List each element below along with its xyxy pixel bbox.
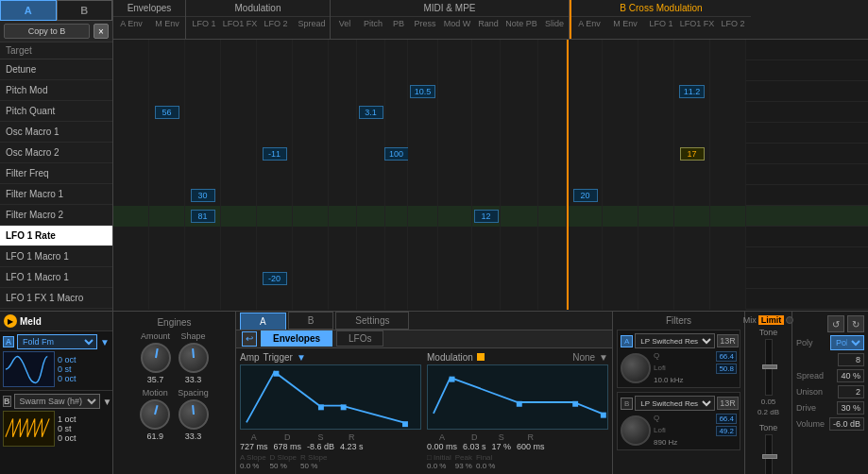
engine-b-arrow[interactable]: ▼ bbox=[103, 397, 112, 407]
list-item[interactable]: Pitch Quant bbox=[0, 101, 112, 122]
table-row: -11 100 17 bbox=[113, 144, 868, 164]
filter-a-lofi-label: Lofi bbox=[654, 364, 666, 374]
drive-label: Drive bbox=[796, 403, 816, 413]
engine-a-label: A bbox=[3, 336, 14, 347]
engine-b-select[interactable]: Swarm Saw (h#) bbox=[14, 394, 100, 409]
tab-a[interactable]: A bbox=[0, 0, 57, 21]
volume-label: Volume bbox=[796, 419, 825, 429]
filter-a-knob[interactable] bbox=[621, 353, 651, 383]
tab-a-synth[interactable]: A bbox=[240, 313, 286, 330]
cell-value[interactable]: 11.2 bbox=[679, 85, 706, 98]
motion-label: Motion bbox=[143, 388, 168, 398]
modulation-grid: 10.5 11.2 56 3.1 bbox=[113, 40, 868, 311]
list-item[interactable]: Osc Macro 1 bbox=[0, 122, 112, 143]
shape-knob[interactable] bbox=[179, 343, 209, 373]
filter-b-q-value[interactable]: 66.4 bbox=[716, 414, 737, 424]
list-item[interactable]: Filter Freq bbox=[0, 163, 112, 184]
amount-label: Amount bbox=[141, 331, 170, 341]
copy-to-b-button[interactable]: Copy to B bbox=[4, 24, 90, 39]
svg-rect-2 bbox=[341, 404, 347, 410]
final-val: 0.0 % bbox=[476, 462, 495, 470]
filter-b-lofi-label: Lofi bbox=[654, 426, 666, 436]
trigger-dropdown[interactable]: ▼ bbox=[297, 352, 306, 363]
cell-value[interactable]: -20 bbox=[263, 272, 287, 285]
list-item[interactable]: Detune bbox=[0, 59, 112, 80]
filter-b-lofi-value[interactable]: 49.2 bbox=[716, 426, 737, 436]
filter-a-slot: 13R bbox=[717, 334, 739, 347]
engine-a-arrow[interactable]: ▼ bbox=[100, 337, 110, 347]
redo-icon[interactable]: ↻ bbox=[847, 315, 864, 332]
list-item[interactable]: Filter Macro 1 bbox=[0, 184, 112, 205]
drive-value[interactable]: 30 % bbox=[837, 401, 864, 415]
spacing-knob[interactable] bbox=[179, 399, 209, 430]
shape-label: Shape bbox=[180, 331, 205, 341]
filter-b-knob[interactable] bbox=[621, 415, 651, 446]
cell-value[interactable]: 3.1 bbox=[359, 106, 383, 119]
list-item-active[interactable]: LFO 1 Rate bbox=[0, 226, 112, 246]
engine-b-label: B bbox=[3, 396, 11, 407]
amp-a-val: 727 ms bbox=[240, 442, 268, 451]
cell-value[interactable]: 100 bbox=[384, 147, 409, 161]
oct-a: 0 oct bbox=[58, 355, 77, 364]
table-row bbox=[113, 227, 868, 247]
lfos-tab[interactable]: LFOs bbox=[336, 330, 383, 347]
play-button[interactable]: ▶ bbox=[4, 314, 17, 328]
tab-b[interactable]: B bbox=[57, 0, 113, 21]
amount-knob[interactable] bbox=[141, 343, 171, 373]
table-row bbox=[113, 40, 868, 60]
spread-value[interactable]: 40 % bbox=[837, 369, 864, 382]
tab-settings[interactable]: Settings bbox=[335, 312, 409, 330]
svg-rect-7 bbox=[601, 412, 606, 417]
initial-val: 0.0 % bbox=[427, 462, 451, 470]
list-item[interactable]: Osc Macro 2 bbox=[0, 143, 112, 163]
shape-value: 33.3 bbox=[185, 375, 202, 384]
list-item[interactable]: LFO 1 FX 1 Macro bbox=[0, 288, 112, 309]
list-item[interactable]: LFO 1 Macro 1 bbox=[0, 267, 112, 288]
mix-fader-a[interactable] bbox=[762, 364, 777, 369]
cell-value[interactable]: 20 bbox=[573, 189, 598, 202]
undo-icon[interactable]: ↺ bbox=[827, 315, 844, 332]
poly-label: Poly bbox=[796, 338, 813, 347]
voices-value[interactable]: 8 bbox=[838, 353, 864, 366]
filter-b-select[interactable]: LP Switched Res bbox=[635, 396, 715, 411]
filter-a-label: A bbox=[621, 335, 633, 347]
cell-value[interactable]: -11 bbox=[263, 147, 287, 161]
list-item[interactable]: LFO 1 Macro 1 bbox=[0, 246, 112, 267]
filter-a-q-value[interactable]: 66.4 bbox=[716, 351, 737, 362]
cell-value[interactable]: 56 bbox=[155, 106, 179, 119]
filter-b-freq: 890 Hz bbox=[654, 438, 737, 447]
envelopes-tab[interactable]: Envelopes bbox=[261, 330, 332, 347]
list-item[interactable]: Filter Macro 2 bbox=[0, 205, 112, 226]
table-row: -20 bbox=[113, 268, 868, 289]
spread-label: Spread bbox=[796, 371, 824, 381]
list-item[interactable]: Pitch Mod bbox=[0, 80, 112, 101]
engines-title: Engines bbox=[157, 317, 191, 328]
peak-label: Peak bbox=[455, 453, 472, 462]
meld-name: Meld bbox=[20, 316, 42, 327]
motion-knob[interactable] bbox=[140, 399, 170, 430]
cell-value[interactable]: 10.5 bbox=[410, 85, 436, 98]
engine-a-select[interactable]: Fold Fm bbox=[17, 334, 97, 349]
close-button[interactable]: × bbox=[94, 24, 109, 39]
env-return-icon[interactable]: ↩ bbox=[242, 331, 257, 347]
volume-value[interactable]: -6.0 dB bbox=[829, 417, 864, 431]
cell-value[interactable]: 30 bbox=[191, 189, 215, 202]
r-slope-val: 50 % bbox=[300, 462, 327, 470]
cell-value[interactable]: 81 bbox=[191, 210, 215, 223]
st-a: 0 st bbox=[58, 364, 77, 374]
cell-value[interactable]: 12 bbox=[474, 210, 499, 223]
limit-badge[interactable]: Limit bbox=[758, 315, 785, 325]
amount-value: 35.7 bbox=[147, 375, 164, 384]
mix-fader-b[interactable] bbox=[762, 454, 777, 459]
filter-a-select[interactable]: LP Switched Res bbox=[635, 333, 715, 348]
mod-r-val: 600 ms bbox=[517, 442, 545, 451]
cell-value[interactable]: 17 bbox=[680, 147, 705, 161]
svg-rect-1 bbox=[318, 404, 324, 410]
unison-value[interactable]: 2 bbox=[838, 385, 864, 398]
mod-dropdown-arrow[interactable]: ▼ bbox=[599, 352, 608, 363]
tab-b-synth[interactable]: B bbox=[288, 312, 334, 330]
table-row bbox=[113, 123, 868, 144]
filter-a-lofi-value[interactable]: 50.8 bbox=[716, 364, 737, 374]
waveform-a-display bbox=[3, 351, 55, 387]
poly-select[interactable]: Poly bbox=[830, 335, 864, 350]
